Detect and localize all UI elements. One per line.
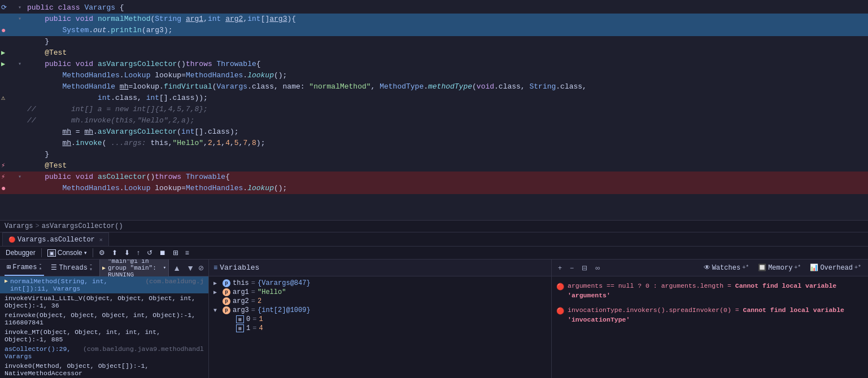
right-panel: + − ⊟ ∞ 👁 Watches +* 🔲 Memory +* xyxy=(552,260,868,378)
frames-tab[interactable]: ⊞ Frames -* xyxy=(5,260,44,276)
var-expand-arg3[interactable]: ▼ xyxy=(213,307,220,314)
watches-suffix: +* xyxy=(742,265,749,271)
code-lines: ⟳ ▾ public class Varargs { ▾ public void… xyxy=(0,0,868,196)
code-content-12: mh = mh.asVarargsCollector(int[].class); xyxy=(23,126,868,138)
fold-icon-6[interactable]: ▾ xyxy=(18,59,21,70)
mid-panel-header: ≡ Variables xyxy=(209,260,551,276)
frame-item-0[interactable]: ▶ normalMethod(String, int, int[]):11, V… xyxy=(0,276,208,293)
frame-item-1[interactable]: invokeVirtual_LLIL_V(Object, Object, Obj… xyxy=(0,293,208,310)
grid-btn[interactable]: ⊞ xyxy=(171,248,181,258)
watches-copy-btn[interactable]: ⊟ xyxy=(580,263,589,272)
var-name-arg2: arg2 xyxy=(233,297,249,305)
frames-label: ⊞ xyxy=(7,263,11,271)
var-arg3-0[interactable]: ⊞ 0 = 1 xyxy=(209,315,551,324)
bottom-area: ⊞ Frames -* ☰ Threads -* ▶ "main"@1 in g… xyxy=(0,260,868,378)
err-icon-16: ⚡ xyxy=(1,172,5,183)
watches-icon: 👁 xyxy=(704,263,710,272)
breakpoint-icon-17[interactable]: ● xyxy=(1,183,6,194)
debugger-btn[interactable]: Debugger xyxy=(3,248,38,258)
toolbar: Debugger ▣ Console ▾ ⚙ ⬆ ⬇ ↑ ↺ ⏹ ⊞ ≡ xyxy=(0,247,868,260)
gutter-8 xyxy=(0,81,23,93)
tab-close-btn[interactable]: ✕ xyxy=(99,236,103,243)
code-line-2: ▾ public void normalMethod(String arg1,i… xyxy=(0,14,868,25)
frame-item-5[interactable]: invoke0(Method, Object, Object[]):-1, Na… xyxy=(0,361,208,378)
var-expand-arg1[interactable]: ▶ xyxy=(213,289,220,296)
watches-infinity-btn[interactable]: ∞ xyxy=(594,263,602,272)
console-arrow: ▾ xyxy=(84,250,87,256)
code-content-5: @Test xyxy=(23,47,868,59)
var-val-arg3: {int[2]@1009} xyxy=(258,306,311,314)
breadcrumb-method: asVarargsCollector() xyxy=(42,222,123,230)
run-icon-6: ▶ xyxy=(1,59,5,70)
code-content-17: MethodHandles.Lookup lookup=MethodHandle… xyxy=(23,183,868,194)
stop-btn[interactable]: ⏹ xyxy=(157,248,168,258)
var-icon-arg3-0: ⊞ xyxy=(236,315,244,323)
code-content-6: public void asVarargsCollector()throws T… xyxy=(23,59,868,70)
code-line-14: } xyxy=(0,149,868,160)
mid-panel: ≡ Variables ▶ p this = {Varargs@847} ▶ p… xyxy=(209,260,552,378)
code-content-11: // mh.invoke(this,"Hello",2,a); xyxy=(23,115,868,126)
frames-text: Frames xyxy=(12,263,37,271)
var-eq-this: = xyxy=(251,279,255,287)
gutter-9: ⚠ xyxy=(0,93,23,104)
step-out-btn[interactable]: ↑ xyxy=(134,248,142,258)
watches-tab[interactable]: 👁 Watches +* xyxy=(701,262,751,273)
breadcrumb: Varargs > asVarargsCollector() xyxy=(0,220,868,232)
code-content-9: int.class, int[].class)); xyxy=(23,93,868,104)
resume-btn[interactable]: ↺ xyxy=(145,248,155,258)
threads-tab[interactable]: ☰ Threads -* xyxy=(49,261,94,275)
thread-status-icon: ▶ xyxy=(102,265,106,271)
thread-up-btn[interactable]: ▲ xyxy=(171,263,182,273)
var-val-arg3-1: 4 xyxy=(259,324,263,332)
gutter-1: ⟳ ▾ xyxy=(0,2,23,14)
watches-add-btn[interactable]: + xyxy=(556,263,564,272)
overhead-tab[interactable]: 📊 Overhead +* xyxy=(808,262,863,273)
frames-suffix: -* xyxy=(38,261,42,274)
frame-icon-0: ▶ xyxy=(5,278,8,292)
menu-btn[interactable]: ≡ xyxy=(183,248,191,258)
var-icon-arg3: p xyxy=(223,306,230,314)
code-line-16: ⚡ ▾ public void asCollector()throws Thro… xyxy=(0,172,868,183)
code-line-3: ● System.out.println(arg3); xyxy=(0,25,868,36)
settings-btn[interactable]: ⚙ xyxy=(97,248,107,258)
breakpoint-icon-3[interactable]: ● xyxy=(1,25,6,36)
code-content-2: public void normalMethod(String arg1,int… xyxy=(23,14,868,25)
var-val-this: {Varargs@847} xyxy=(258,279,311,287)
code-content-13: mh.invoke( ...args: this,"Hello",2,1,4,5… xyxy=(23,138,868,149)
threads-suffix: -* xyxy=(89,262,93,274)
fold-icon-1[interactable]: ▾ xyxy=(18,2,21,14)
var-expand-this[interactable]: ▶ xyxy=(213,280,220,287)
var-arg3[interactable]: ▼ p arg3 = {int[2]@1009} xyxy=(209,306,551,315)
frame-item-4[interactable]: asCollector():29, Varargs (com.baeldung.… xyxy=(0,344,208,361)
watches-minus-btn[interactable]: − xyxy=(568,263,575,272)
error-watch-1: 🔴 invocationType.invokers().spreadInvoke… xyxy=(556,304,863,326)
var-arg2[interactable]: p arg2 = 2 xyxy=(209,297,551,306)
thread-filter-btn[interactable]: ⊘ xyxy=(198,264,204,272)
memory-tab[interactable]: 🔲 Memory +* xyxy=(756,262,803,273)
down-btn[interactable]: ⬇ xyxy=(122,248,132,258)
code-line-8: MethodHandle mh=lookup.findVirtual(Varar… xyxy=(0,81,868,93)
fold-icon-16[interactable]: ▾ xyxy=(18,172,21,183)
error-text-0: arguments == null ? 0 : arguments.length… xyxy=(568,281,863,301)
frame-item-3[interactable]: invoke_MT(Object, Object, int, int, int,… xyxy=(0,327,208,344)
frame-name-4: asCollector():29, Varargs xyxy=(5,345,81,360)
right-panel-header: + − ⊟ ∞ 👁 Watches +* 🔲 Memory +* xyxy=(552,260,868,276)
code-line-9: ⚠ int.class, int[].class)); xyxy=(0,93,868,104)
gutter-2: ▾ xyxy=(0,14,23,25)
thread-dropdown-arrow: ▾ xyxy=(163,265,166,271)
thread-down-btn[interactable]: ▼ xyxy=(185,263,196,273)
code-content-16: public void asCollector()throws Throwabl… xyxy=(23,172,868,183)
frame-item-2[interactable]: reinvoke(Object, Object, Object, int, Ob… xyxy=(0,310,208,327)
code-line-17: ● MethodHandles.Lookup lookup=MethodHand… xyxy=(0,183,868,194)
fold-icon-2[interactable]: ▾ xyxy=(18,14,21,25)
var-arg1[interactable]: ▶ p arg1 = "Hello" xyxy=(209,288,551,297)
code-content-10: // int[] a = new int[]{1,4,5,7,8}; xyxy=(23,104,868,115)
tab-varargs-ascollector[interactable]: 🔴 Varargs.asCollector ✕ xyxy=(2,232,109,246)
threads-text: Threads xyxy=(59,264,87,272)
code-line-7: MethodHandles.Lookup lookup=MethodHandle… xyxy=(0,70,868,81)
var-arg3-1[interactable]: ⊞ 1 = 4 xyxy=(209,324,551,333)
console-btn[interactable]: ▣ Console ▾ xyxy=(45,248,89,258)
error-expr-0: arguments == null ? 0 : arguments.length… xyxy=(568,282,731,289)
up-btn[interactable]: ⬆ xyxy=(110,248,120,258)
var-this[interactable]: ▶ p this = {Varargs@847} xyxy=(209,279,551,288)
